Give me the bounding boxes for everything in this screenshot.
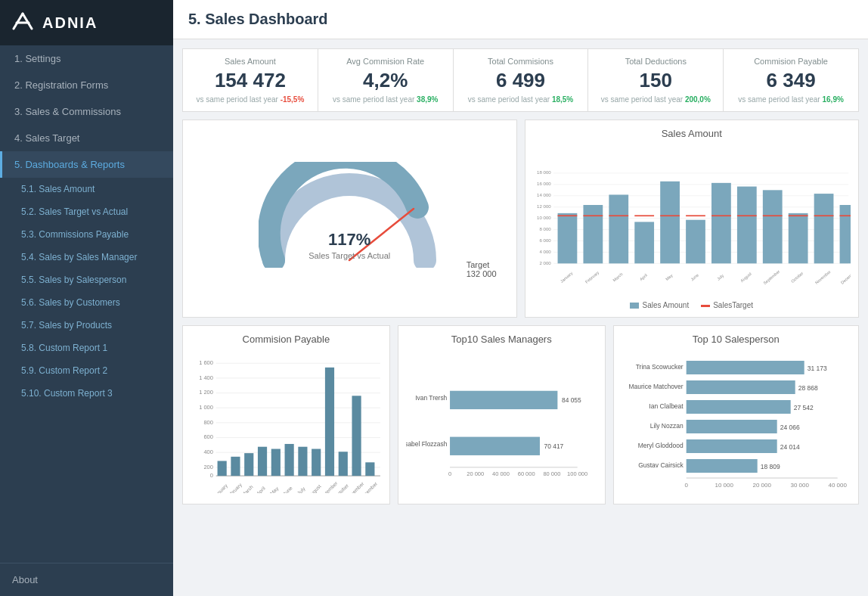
top10-managers-chart: Top10 Sales Managers Ivan Trersh 84 055 … xyxy=(398,325,606,504)
kpi-compare: vs same period last year 16,9% xyxy=(734,95,848,104)
svg-text:800: 800 xyxy=(203,419,213,426)
svg-text:June: June xyxy=(690,272,699,281)
kpi-row: Sales Amount 154 472 vs same period last… xyxy=(182,48,859,112)
svg-text:20 000: 20 000 xyxy=(752,482,771,489)
svg-rect-129 xyxy=(686,459,757,473)
svg-text:40 000: 40 000 xyxy=(828,482,847,489)
svg-rect-126 xyxy=(686,439,777,453)
svg-text:40 000: 40 000 xyxy=(492,470,510,477)
svg-rect-101 xyxy=(450,391,557,409)
sidebar-subitem[interactable]: 5.9. Custom Report 2 xyxy=(0,359,173,382)
svg-rect-28 xyxy=(711,183,731,263)
sales-amount-chart: Sales Amount 18 000 16 000 14 000 12 000… xyxy=(525,120,860,318)
top10-managers-svg: Ivan Trersh 84 055 Isabel Flozzash 70 41… xyxy=(406,349,597,493)
sidebar-nav: 1. Settings2. Registration Forms3. Sales… xyxy=(0,45,173,563)
svg-text:April: April xyxy=(638,273,647,282)
svg-text:2 000: 2 000 xyxy=(539,260,551,265)
sidebar-about[interactable]: About xyxy=(0,563,173,596)
charts-row1: 117% Sales Target vs Actual Target132 00… xyxy=(182,120,859,318)
svg-rect-83 xyxy=(312,449,321,476)
svg-text:September: September xyxy=(762,269,780,286)
svg-line-1 xyxy=(23,14,32,29)
svg-text:Trina Scowucker: Trina Scowucker xyxy=(635,363,683,371)
sidebar-item-sales-target[interactable]: 4. Sales Target xyxy=(0,125,173,151)
svg-text:0: 0 xyxy=(684,482,688,489)
sidebar-subitem[interactable]: 5.8. Custom Report 1 xyxy=(0,337,173,359)
svg-text:1 600: 1 600 xyxy=(199,359,213,366)
svg-rect-104 xyxy=(450,437,540,455)
svg-text:January: January xyxy=(212,483,230,493)
sidebar-subitem[interactable]: 5.7. Sales by Products xyxy=(0,314,173,337)
dashboard-content: Sales Amount 154 472 vs same period last… xyxy=(173,39,868,596)
page-title: 5. Sales Dashboard xyxy=(173,0,868,39)
svg-text:12 000: 12 000 xyxy=(537,203,551,209)
svg-text:18 809: 18 809 xyxy=(760,463,780,470)
svg-text:December: December xyxy=(839,269,851,285)
svg-text:February: February xyxy=(584,270,600,284)
kpi-card-2: Total Commisions 6 499 vs same period la… xyxy=(454,49,589,111)
svg-text:80 000: 80 000 xyxy=(543,470,560,477)
svg-text:24 014: 24 014 xyxy=(780,443,799,451)
kpi-label: Total Deductions xyxy=(599,57,712,66)
svg-text:Gustav Cairsick: Gustav Cairsick xyxy=(638,461,684,469)
svg-rect-32 xyxy=(814,194,833,263)
kpi-compare: vs same period last year 200,0% xyxy=(599,95,712,104)
svg-text:20 000: 20 000 xyxy=(467,470,484,477)
kpi-label: Commision Payable xyxy=(734,57,848,66)
svg-text:70 417: 70 417 xyxy=(544,442,563,450)
svg-rect-25 xyxy=(634,222,654,263)
svg-text:16 000: 16 000 xyxy=(537,181,551,186)
svg-text:30 000: 30 000 xyxy=(790,482,809,489)
svg-rect-82 xyxy=(298,447,307,476)
svg-text:Ivan Trersh: Ivan Trersh xyxy=(415,394,447,402)
svg-text:6 000: 6 000 xyxy=(539,237,551,243)
svg-rect-80 xyxy=(271,449,281,476)
sidebar-subitem[interactable]: 5.1. Sales Amount xyxy=(0,178,173,200)
sidebar-subitem[interactable]: 5.2. Sales Target vs Actual xyxy=(0,200,173,223)
svg-text:April: April xyxy=(256,485,267,493)
svg-text:October: October xyxy=(790,271,804,284)
svg-text:July: July xyxy=(716,273,724,281)
svg-rect-123 xyxy=(686,420,777,433)
commission-payable-chart: Commision Payable 1 600 1 400 1 200 1 00… xyxy=(182,325,390,504)
svg-text:Maurice Matchover: Maurice Matchover xyxy=(628,383,683,390)
sidebar-subitem[interactable]: 5.3. Commissions Payable xyxy=(0,223,173,246)
kpi-value: 6 499 xyxy=(464,69,578,92)
sidebar-header: ADNIA xyxy=(0,0,173,45)
svg-text:18 000: 18 000 xyxy=(537,169,551,175)
svg-rect-27 xyxy=(686,220,705,264)
top10-salesperson-title: Top 10 Salesperson xyxy=(622,334,851,345)
svg-text:400: 400 xyxy=(203,449,213,455)
sidebar-item-registration-forms[interactable]: 2. Registration Forms xyxy=(0,72,173,98)
kpi-compare: vs same period last year 38,9% xyxy=(329,95,442,104)
svg-rect-78 xyxy=(244,453,253,476)
svg-text:1 200: 1 200 xyxy=(199,389,213,396)
sidebar-item-dashboards-reports[interactable]: 5. Dashboards & Reports xyxy=(0,151,173,178)
kpi-label: Avg Commision Rate xyxy=(329,57,442,66)
sidebar-item-settings[interactable]: 1. Settings xyxy=(0,45,173,72)
svg-text:10 000: 10 000 xyxy=(537,215,551,220)
svg-text:Meryl Gloddood: Meryl Gloddood xyxy=(637,442,683,449)
svg-text:November: November xyxy=(814,269,831,285)
svg-text:June: June xyxy=(282,485,293,493)
sidebar-subitem[interactable]: 5.10. Custom Report 3 xyxy=(0,382,173,405)
sidebar-subitem[interactable]: 5.4. Sales by Sales Manager xyxy=(0,246,173,269)
sales-amount-title: Sales Amount xyxy=(533,128,851,139)
svg-text:1 000: 1 000 xyxy=(199,404,213,411)
svg-text:0: 0 xyxy=(210,472,213,479)
svg-rect-79 xyxy=(258,447,267,476)
svg-text:Ian Clalbeat: Ian Clalbeat xyxy=(649,402,684,410)
sidebar-subitem[interactable]: 5.5. Sales by Salesperson xyxy=(0,269,173,291)
kpi-value: 4,2% xyxy=(329,69,442,92)
svg-text:August: August xyxy=(307,483,322,493)
svg-rect-30 xyxy=(762,190,782,263)
logo-icon xyxy=(12,11,35,35)
sidebar-subitem[interactable]: 5.6. Sales by Customers xyxy=(0,291,173,314)
top10-salesperson-chart: Top 10 Salesperson Trina Scowucker 31 17… xyxy=(613,325,859,504)
gauge-center-text: 117% Sales Target vs Actual xyxy=(308,230,390,260)
svg-text:August: August xyxy=(739,271,752,283)
kpi-delta: -15,5% xyxy=(281,95,305,104)
svg-text:1 400: 1 400 xyxy=(199,374,213,381)
sidebar-item-sales-commissions[interactable]: 3. Sales & Commissions xyxy=(0,98,173,125)
svg-text:600: 600 xyxy=(203,433,213,440)
